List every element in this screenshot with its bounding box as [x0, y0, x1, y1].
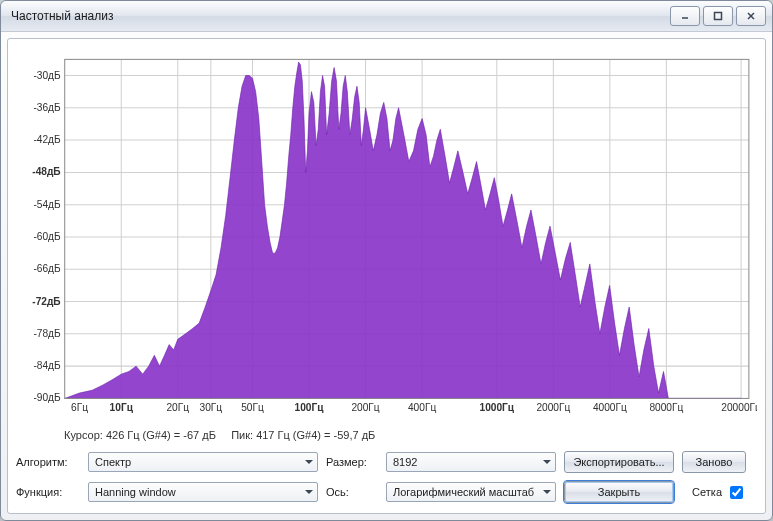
titlebar[interactable]: Частотный анализ: [1, 1, 772, 32]
svg-text:-30дБ: -30дБ: [33, 70, 61, 81]
svg-text:-66дБ: -66дБ: [33, 263, 61, 274]
svg-text:2000Гц: 2000Гц: [536, 402, 570, 413]
svg-text:-84дБ: -84дБ: [33, 360, 61, 371]
grid-checkbox[interactable]: [730, 486, 743, 499]
controls-row-1: Алгоритм: Спектр Размер: 8192 Экспортиро…: [16, 449, 757, 475]
close-button[interactable]: [736, 6, 766, 26]
svg-text:-78дБ: -78дБ: [33, 328, 61, 339]
size-label: Размер:: [326, 456, 378, 468]
svg-text:20000Гц: 20000Гц: [721, 402, 757, 413]
svg-text:-48дБ: -48дБ: [32, 166, 60, 177]
peak-label: Пик:: [231, 429, 253, 441]
controls-row-2: Функция: Hanning window Ось: Логарифмиче…: [16, 479, 757, 505]
window-buttons: [670, 6, 766, 26]
replot-button[interactable]: Заново: [682, 451, 746, 473]
window-title: Частотный анализ: [11, 9, 113, 23]
algorithm-combo[interactable]: Спектр: [88, 452, 318, 472]
axis-label: Ось:: [326, 486, 378, 498]
svg-text:-90дБ: -90дБ: [33, 392, 61, 403]
function-combo[interactable]: Hanning window: [88, 482, 318, 502]
svg-text:200Гц: 200Гц: [351, 402, 379, 413]
svg-text:-36дБ: -36дБ: [33, 102, 61, 113]
cursor-value: 426 Гц (G#4) = -67 дБ: [106, 429, 216, 441]
algorithm-label: Алгоритм:: [16, 456, 80, 468]
svg-text:8000Гц: 8000Гц: [649, 402, 683, 413]
svg-text:4000Гц: 4000Гц: [593, 402, 627, 413]
svg-rect-1: [715, 13, 722, 20]
svg-text:1000Гц: 1000Гц: [480, 402, 515, 413]
svg-text:-54дБ: -54дБ: [33, 199, 61, 210]
peak-value: 417 Гц (G#4) = -59,7 дБ: [256, 429, 375, 441]
spectrum-plot[interactable]: -30дБ-36дБ-42дБ-48дБ-54дБ-60дБ-66дБ-72дБ…: [16, 47, 757, 425]
minimize-button[interactable]: [670, 6, 700, 26]
svg-text:-72дБ: -72дБ: [32, 296, 60, 307]
export-button[interactable]: Экспортировать...: [564, 451, 674, 473]
cursor-label: Курсор:: [64, 429, 103, 441]
svg-text:6Гц: 6Гц: [71, 402, 88, 413]
maximize-button[interactable]: [703, 6, 733, 26]
svg-text:-42дБ: -42дБ: [33, 134, 61, 145]
close-dialog-button[interactable]: Закрыть: [564, 481, 674, 503]
svg-text:30Гц: 30Гц: [200, 402, 223, 413]
size-combo[interactable]: 8192: [386, 452, 556, 472]
svg-text:50Гц: 50Гц: [241, 402, 264, 413]
frequency-analysis-window: Частотный анализ -30дБ-36дБ-42дБ-48дБ-54…: [0, 0, 773, 521]
axis-combo[interactable]: Логарифмический масштаб: [386, 482, 556, 502]
svg-text:400Гц: 400Гц: [408, 402, 436, 413]
grid-label: Сетка: [692, 486, 722, 498]
svg-text:20Гц: 20Гц: [166, 402, 189, 413]
function-label: Функция:: [16, 486, 80, 498]
svg-text:100Гц: 100Гц: [295, 402, 325, 413]
client-area: -30дБ-36дБ-42дБ-48дБ-54дБ-60дБ-66дБ-72дБ…: [7, 38, 766, 514]
grid-checkbox-group: Сетка: [682, 483, 746, 502]
svg-text:10Гц: 10Гц: [110, 402, 134, 413]
svg-text:-60дБ: -60дБ: [33, 231, 61, 242]
status-bar: Курсор: 426 Гц (G#4) = -67 дБ Пик: 417 Г…: [16, 425, 757, 449]
